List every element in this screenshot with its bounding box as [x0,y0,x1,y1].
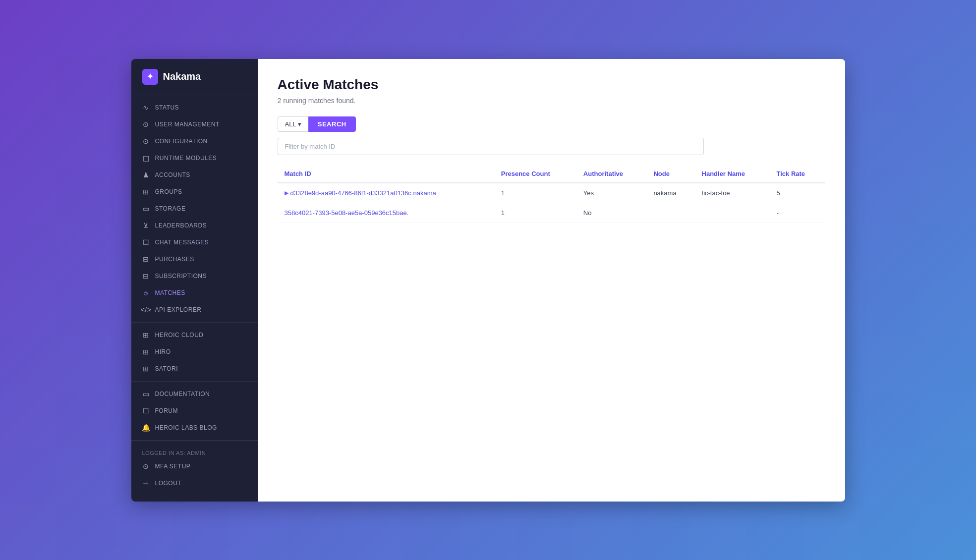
col-header-node: Node [646,165,694,183]
purchases-icon: ⊟ [142,255,150,263]
nav-section-cloud: ⊞HEROIC CLOUD⊞HIRO⊞SATORI [131,323,258,382]
sidebar-item-label-documentation: DOCUMENTATION [155,391,210,397]
documentation-icon: ▭ [142,390,150,398]
sidebar-item-chat-messages[interactable]: ☐CHAT MESSAGES [131,234,258,251]
table-header-row: Match IDPresence CountAuthoritativeNodeH… [278,165,825,183]
sidebar-item-storage[interactable]: ▭STORAGE [131,200,258,217]
sidebar-item-subscriptions[interactable]: ⊟SUBSCRIPTIONS [131,268,258,284]
expand-icon[interactable]: ▶ [285,190,288,196]
page-title: Active Matches [278,77,825,93]
configuration-icon: ⊙ [142,137,150,145]
logo-area: ✦ Nakama [131,59,258,95]
handler-name-cell-0: tic-tac-toe [695,183,770,203]
api-explorer-icon: </> [142,306,150,314]
sidebar-bottom: LOGGED IN AS: ADMIN ⊙ MFA SETUP ⊣ LOGOUT [131,441,258,492]
match-id-cell-0: ▶d3328e9d-aa90-4766-86f1-d33321a0136c.na… [278,183,494,203]
all-dropdown-button[interactable]: ALL ▾ [278,116,308,132]
table-row: ▶d3328e9d-aa90-4766-86f1-d33321a0136c.na… [278,183,825,203]
page-subtitle: 2 running matches found. [278,97,825,105]
logout-label: LOGOUT [155,480,182,487]
sidebar-item-label-accounts: ACCOUNTS [155,171,190,178]
hiro-icon: ⊞ [142,348,150,356]
sidebar-item-configuration[interactable]: ⊙CONFIGURATION [131,133,258,150]
presence-count-cell-1: 1 [494,203,576,223]
sidebar-item-documentation[interactable]: ▭DOCUMENTATION [131,386,258,402]
logged-in-label: LOGGED IN AS: ADMIN [131,447,258,458]
logo-icon: ✦ [142,69,158,85]
sidebar-item-label-hiro: HIRO [155,348,171,355]
match-id-text: d3328e9d-aa90-4766-86f1-d33321a0136c.nak… [290,189,436,197]
sidebar-item-purchases[interactable]: ⊟PURCHASES [131,251,258,268]
sidebar-item-label-groups: GROUPS [155,188,182,195]
sidebar-item-label-user-management: USER MANAGEMENT [155,121,220,128]
tick-rate-cell-0: 5 [770,183,825,203]
sidebar-item-heroic-cloud[interactable]: ⊞HEROIC CLOUD [131,327,258,343]
sidebar-item-label-configuration: CONFIGURATION [155,138,208,145]
search-button[interactable]: SEARCH [308,116,356,132]
sidebar: ✦ Nakama ∿STATUS⊙USER MANAGEMENT⊙CONFIGU… [131,59,258,502]
authoritative-cell-1: No [576,203,647,223]
sidebar-item-groups[interactable]: ⊞GROUPS [131,183,258,200]
mfa-setup-label: MFA SETUP [155,463,191,470]
sidebar-item-accounts[interactable]: ♟ACCOUNTS [131,167,258,183]
presence-count-cell-0: 1 [494,183,576,203]
sidebar-item-user-management[interactable]: ⊙USER MANAGEMENT [131,116,258,133]
forum-icon: ☐ [142,407,150,415]
nav-section-main: ∿STATUS⊙USER MANAGEMENT⊙CONFIGURATION◫RU… [131,95,258,323]
table-body: ▶d3328e9d-aa90-4766-86f1-d33321a0136c.na… [278,183,825,223]
gear-icon: ⊙ [142,462,150,470]
matches-table: Match IDPresence CountAuthoritativeNodeH… [278,165,825,223]
sidebar-item-label-forum: FORUM [155,407,178,414]
node-cell-1 [646,203,694,223]
col-header-tick-rate: Tick Rate [770,165,825,183]
accounts-icon: ♟ [142,171,150,179]
subscriptions-icon: ⊟ [142,272,150,280]
user-management-icon: ⊙ [142,120,150,128]
sidebar-item-label-satori: SATORI [155,365,178,372]
table-row: 358c4021-7393-5e08-ae5a-059e36c15bae.1No… [278,203,825,223]
heroic-labs-blog-icon: 🔔 [142,424,150,432]
match-id-text: 358c4021-7393-5e08-ae5a-059e36c15bae. [285,209,409,217]
sidebar-item-label-api-explorer: API EXPLORER [155,306,202,313]
app-container: ✦ Nakama ∿STATUS⊙USER MANAGEMENT⊙CONFIGU… [131,59,845,502]
filter-row: ALL ▾ SEARCH [278,116,825,132]
sidebar-item-label-purchases: PURCHASES [155,256,194,263]
col-header-match-id: Match ID [278,165,494,183]
match-id-filter-input[interactable] [278,138,704,155]
sidebar-item-api-explorer[interactable]: </>API EXPLORER [131,301,258,318]
main-content: Active Matches 2 running matches found. … [258,59,845,502]
sidebar-item-label-heroic-cloud: HEROIC CLOUD [155,332,204,338]
sidebar-item-label-status: STATUS [155,104,179,111]
match-id-cell-1: 358c4021-7393-5e08-ae5a-059e36c15bae. [278,203,494,223]
table-header: Match IDPresence CountAuthoritativeNodeH… [278,165,825,183]
sidebar-item-status[interactable]: ∿STATUS [131,99,258,116]
sidebar-item-label-matches: MATCHES [155,289,185,296]
sidebar-item-matches[interactable]: ⌾MATCHES [131,284,258,301]
matches-icon: ⌾ [142,289,150,297]
satori-icon: ⊞ [142,365,150,373]
sidebar-item-runtime-modules[interactable]: ◫RUNTIME MODULES [131,150,258,167]
storage-icon: ▭ [142,205,150,213]
status-icon: ∿ [142,104,150,112]
sidebar-item-hiro[interactable]: ⊞HIRO [131,343,258,360]
heroic-cloud-icon: ⊞ [142,331,150,339]
logo-text: Nakama [163,71,201,82]
sidebar-item-label-chat-messages: CHAT MESSAGES [155,239,209,246]
sidebar-item-logout[interactable]: ⊣ LOGOUT [131,475,258,492]
col-header-handler-name: Handler Name [695,165,770,183]
sidebar-item-forum[interactable]: ☐FORUM [131,402,258,419]
sidebar-item-leaderboards[interactable]: ⊻LEADERBOARDS [131,217,258,234]
nav-section-links: ▭DOCUMENTATION☐FORUM🔔HEROIC LABS BLOG [131,382,258,441]
sidebar-item-heroic-labs-blog[interactable]: 🔔HEROIC LABS BLOG [131,419,258,436]
sidebar-item-mfa-setup[interactable]: ⊙ MFA SETUP [131,458,258,475]
tick-rate-cell-1: - [770,203,825,223]
authoritative-cell-0: Yes [576,183,647,203]
sidebar-item-satori[interactable]: ⊞SATORI [131,360,258,377]
sidebar-item-label-subscriptions: SUBSCRIPTIONS [155,273,207,280]
sidebar-item-label-runtime-modules: RUNTIME MODULES [155,155,217,162]
runtime-modules-icon: ◫ [142,154,150,162]
sidebar-item-label-heroic-labs-blog: HEROIC LABS BLOG [155,424,217,431]
sidebar-item-label-storage: STORAGE [155,205,186,212]
node-cell-0: nakama [646,183,694,203]
handler-name-cell-1 [695,203,770,223]
